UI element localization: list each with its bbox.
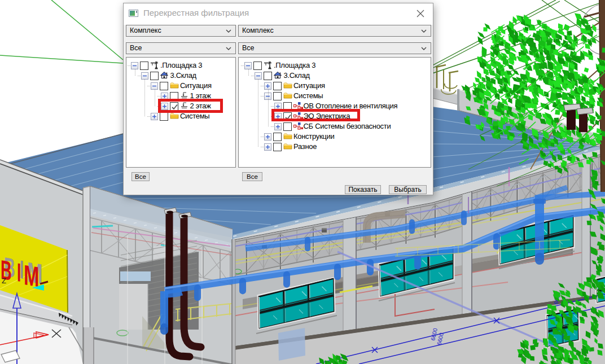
svg-text:Z: Z: [2, 277, 6, 285]
svg-text:I: I: [17, 257, 21, 287]
